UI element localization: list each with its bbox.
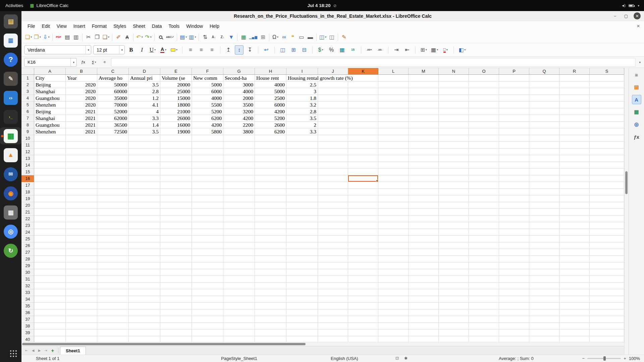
cell-G33[interactable] bbox=[223, 289, 255, 296]
row-header-34[interactable]: 34 bbox=[21, 296, 34, 303]
function-wizard-button[interactable]: ƒx bbox=[79, 58, 88, 67]
cell-J31[interactable] bbox=[318, 276, 348, 283]
cell-A38[interactable] bbox=[34, 323, 66, 329]
cell-L36[interactable] bbox=[378, 309, 409, 316]
dock-item-image-viewer[interactable]: ▦ bbox=[0, 204, 21, 221]
cell-K34[interactable] bbox=[348, 296, 378, 303]
menu-file[interactable]: File bbox=[24, 21, 39, 31]
cell-L34[interactable] bbox=[378, 296, 409, 303]
cell-H18[interactable] bbox=[255, 189, 286, 195]
add-sheet-button[interactable]: + bbox=[49, 348, 56, 353]
row-header-13[interactable]: 13 bbox=[21, 155, 34, 162]
cell-P24[interactable] bbox=[499, 229, 529, 236]
cell-B9[interactable]: 2021 bbox=[66, 128, 97, 135]
cell-F23[interactable] bbox=[192, 222, 223, 229]
cell-D3[interactable]: 2.8 bbox=[129, 88, 160, 95]
spelling-button[interactable]: ABC✓ bbox=[165, 33, 175, 42]
cell-P1[interactable] bbox=[499, 75, 529, 81]
row-header-12[interactable]: 12 bbox=[21, 148, 34, 155]
cell-D21[interactable] bbox=[129, 209, 160, 216]
cell-S34[interactable] bbox=[590, 296, 624, 303]
cell-J30[interactable] bbox=[318, 269, 348, 276]
cell-C8[interactable]: 36500 bbox=[97, 122, 129, 128]
cell-Q21[interactable] bbox=[529, 209, 559, 216]
menu-format[interactable]: Format bbox=[89, 21, 110, 31]
cell-A17[interactable] bbox=[34, 182, 66, 189]
cell-M8[interactable] bbox=[409, 122, 439, 128]
cell-I28[interactable] bbox=[286, 256, 318, 262]
cell-O38[interactable] bbox=[469, 323, 499, 329]
sheet-tab-sheet1[interactable]: Sheet1 bbox=[60, 347, 86, 355]
formula-button[interactable]: = bbox=[100, 58, 109, 67]
cell-A34[interactable] bbox=[34, 296, 66, 303]
cell-H15[interactable] bbox=[255, 169, 286, 175]
cell-P12[interactable] bbox=[499, 148, 529, 155]
cell-H36[interactable] bbox=[255, 309, 286, 316]
cell-I26[interactable] bbox=[286, 242, 318, 249]
cell-L31[interactable] bbox=[378, 276, 409, 283]
cell-P39[interactable] bbox=[499, 329, 529, 336]
highlighting-color-button[interactable]: ▾ bbox=[170, 45, 178, 55]
cell-E17[interactable] bbox=[160, 182, 192, 189]
cell-F14[interactable] bbox=[192, 162, 223, 169]
horizontal-scrollbar-thumb[interactable] bbox=[22, 343, 306, 345]
cell-E21[interactable] bbox=[160, 209, 192, 216]
cell-L18[interactable] bbox=[378, 189, 409, 195]
cell-P11[interactable] bbox=[499, 142, 529, 148]
cell-C13[interactable] bbox=[97, 155, 129, 162]
undo-button[interactable]: ↶▾ bbox=[135, 33, 144, 42]
cell-J16[interactable] bbox=[318, 175, 348, 182]
cell-O13[interactable] bbox=[469, 155, 499, 162]
cell-Q27[interactable] bbox=[529, 249, 559, 256]
cell-S8[interactable] bbox=[590, 122, 624, 128]
cell-N24[interactable] bbox=[439, 229, 469, 236]
cell-G6[interactable]: 3200 bbox=[223, 108, 255, 115]
cell-K31[interactable] bbox=[348, 276, 378, 283]
column-header-Q[interactable]: Q bbox=[529, 68, 559, 75]
cell-P36[interactable] bbox=[499, 309, 529, 316]
cell-H12[interactable] bbox=[255, 148, 286, 155]
cell-J38[interactable] bbox=[318, 323, 348, 329]
cell-G40[interactable] bbox=[223, 336, 255, 342]
cell-C34[interactable] bbox=[97, 296, 129, 303]
cell-G19[interactable] bbox=[223, 195, 255, 202]
sidebar-functions-button[interactable]: ƒx bbox=[632, 132, 641, 141]
zoom-slider-thumb[interactable] bbox=[603, 356, 606, 361]
sidebar-properties-button[interactable]: ▤ bbox=[632, 82, 641, 92]
cell-P19[interactable] bbox=[499, 195, 529, 202]
cell-I1[interactable]: Housing rental growth rate (%) bbox=[286, 75, 318, 81]
row-header-21[interactable]: 21 bbox=[21, 209, 34, 216]
cell-E5[interactable]: 18000 bbox=[160, 102, 192, 108]
cell-D14[interactable] bbox=[129, 162, 160, 169]
cell-N5[interactable] bbox=[439, 102, 469, 108]
cell-Q33[interactable] bbox=[529, 289, 559, 296]
cell-J14[interactable] bbox=[318, 162, 348, 169]
previous-sheet-button[interactable]: ◀ bbox=[30, 349, 36, 352]
cell-A8[interactable]: Guangzhou bbox=[34, 122, 66, 128]
clone-formatting-button[interactable]: ✐ bbox=[114, 33, 123, 42]
cell-S30[interactable] bbox=[590, 269, 624, 276]
cell-S33[interactable] bbox=[590, 289, 624, 296]
cell-H31[interactable] bbox=[255, 276, 286, 283]
cell-G28[interactable] bbox=[223, 256, 255, 262]
cell-K13[interactable] bbox=[348, 155, 378, 162]
export-as-pdf-button[interactable]: PDF bbox=[54, 33, 63, 42]
cell-M30[interactable] bbox=[409, 269, 439, 276]
sort-ascending-button[interactable]: A↓ bbox=[209, 33, 218, 42]
cell-I18[interactable] bbox=[286, 189, 318, 195]
cell-B23[interactable] bbox=[66, 222, 97, 229]
cell-A23[interactable] bbox=[34, 222, 66, 229]
cell-P37[interactable] bbox=[499, 316, 529, 323]
cell-K35[interactable] bbox=[348, 303, 378, 309]
cell-O2[interactable] bbox=[469, 81, 499, 88]
cell-K21[interactable] bbox=[348, 209, 378, 216]
cell-F38[interactable] bbox=[192, 323, 223, 329]
cell-O25[interactable] bbox=[469, 236, 499, 242]
cell-D11[interactable] bbox=[129, 142, 160, 148]
cell-N19[interactable] bbox=[439, 195, 469, 202]
next-sheet-button[interactable]: ▶ bbox=[36, 349, 43, 352]
dock-item-app-grid[interactable] bbox=[0, 343, 21, 359]
cell-K9[interactable] bbox=[348, 128, 378, 135]
cell-D6[interactable]: 4 bbox=[129, 108, 160, 115]
cell-Q18[interactable] bbox=[529, 189, 559, 195]
